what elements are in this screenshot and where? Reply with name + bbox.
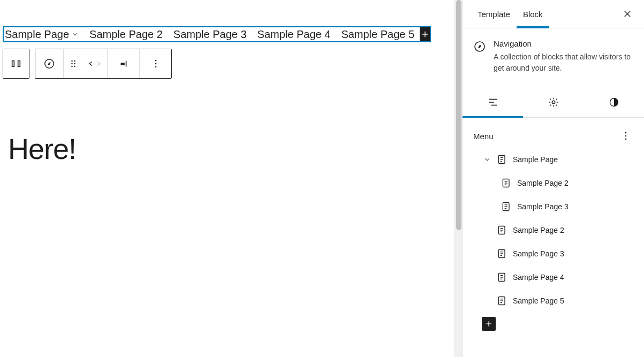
nav-item-4[interactable]: Sample Page 5 bbox=[336, 28, 420, 41]
tree-item-label: Sample Page 2 bbox=[513, 226, 564, 234]
select-parent-icon bbox=[10, 58, 22, 70]
block-type-button[interactable] bbox=[35, 49, 63, 78]
select-parent-button[interactable] bbox=[3, 49, 29, 78]
dots-vertical-icon bbox=[620, 131, 631, 141]
plus-icon bbox=[484, 320, 493, 328]
compass-icon bbox=[473, 40, 486, 53]
nav-item-0[interactable]: Sample Page bbox=[4, 28, 84, 41]
page-icon bbox=[497, 248, 507, 259]
nav-item-2[interactable]: Sample Page 3 bbox=[168, 28, 252, 41]
tree-item-label: Sample Page bbox=[513, 155, 558, 164]
page-heading[interactable]: Here! bbox=[8, 132, 454, 165]
nav-item-label: Sample Page 4 bbox=[257, 28, 331, 41]
chevron-down-icon bbox=[71, 31, 79, 38]
canvas-scrollbar[interactable] bbox=[454, 0, 462, 357]
page-icon bbox=[497, 154, 507, 165]
list-view-icon bbox=[487, 96, 499, 108]
tree-item-label: Sample Page 4 bbox=[513, 273, 564, 282]
menu-tree: Sample PageSample Page 2Sample Page 3Sam… bbox=[463, 148, 644, 313]
tab-settings[interactable] bbox=[523, 87, 584, 117]
tree-row[interactable]: Sample Page bbox=[473, 148, 633, 171]
menu-label: Menu bbox=[473, 132, 494, 141]
tree-item-label: Sample Page 5 bbox=[513, 297, 564, 305]
tree-item-label: Sample Page 3 bbox=[517, 202, 569, 211]
chevron-down-icon bbox=[483, 156, 491, 163]
tab-template[interactable]: Template bbox=[471, 0, 517, 28]
page-icon bbox=[497, 295, 507, 306]
tree-item-label: Sample Page 2 bbox=[517, 179, 569, 187]
gear-icon bbox=[548, 97, 559, 108]
menu-actions-button[interactable] bbox=[618, 128, 633, 143]
tab-block[interactable]: Block bbox=[517, 0, 549, 28]
move-controls[interactable] bbox=[82, 49, 107, 78]
settings-sidebar: Template Block Navigation A collection o… bbox=[462, 0, 644, 357]
move-arrows-icon bbox=[87, 59, 103, 69]
nav-item-label: Sample Page 2 bbox=[89, 28, 163, 41]
justify-button[interactable] bbox=[107, 49, 139, 78]
close-sidebar-button[interactable] bbox=[623, 7, 635, 20]
navigation-block[interactable]: Sample Page Sample Page 2 Sample Page 3 … bbox=[3, 26, 431, 42]
scrollbar-thumb[interactable] bbox=[456, 0, 461, 230]
drag-handle-button[interactable] bbox=[63, 49, 82, 78]
close-icon bbox=[623, 9, 632, 19]
page-icon bbox=[497, 272, 507, 283]
block-title: Navigation bbox=[494, 39, 633, 48]
page-icon bbox=[501, 201, 512, 212]
tab-list-view[interactable] bbox=[463, 87, 523, 117]
nav-item-1[interactable]: Sample Page 2 bbox=[84, 28, 168, 41]
block-toolbar bbox=[3, 49, 454, 79]
page-icon bbox=[501, 178, 512, 188]
sidebar-tabs: Template Block bbox=[463, 0, 644, 28]
nav-item-label: Sample Page 3 bbox=[173, 28, 247, 41]
add-nav-item-button[interactable] bbox=[420, 27, 430, 41]
align-icon bbox=[118, 58, 130, 70]
block-desc-text: A collection of blocks that allow visito… bbox=[494, 51, 633, 74]
tree-row[interactable]: Sample Page 2 bbox=[473, 218, 633, 242]
tree-item-label: Sample Page 3 bbox=[513, 249, 564, 258]
dots-vertical-icon bbox=[150, 58, 161, 69]
nav-item-label: Sample Page bbox=[5, 28, 69, 41]
block-description: Navigation A collection of blocks that a… bbox=[463, 28, 644, 87]
nav-item-label: Sample Page 5 bbox=[341, 28, 414, 41]
tree-expand-toggle[interactable] bbox=[483, 156, 491, 163]
drag-icon bbox=[68, 58, 79, 69]
tree-row[interactable]: Sample Page 5 bbox=[473, 289, 633, 313]
tree-row[interactable]: Sample Page 4 bbox=[473, 265, 633, 289]
tree-row[interactable]: Sample Page 3 bbox=[473, 242, 633, 265]
compass-icon bbox=[43, 58, 55, 70]
tab-styles[interactable] bbox=[584, 87, 644, 117]
tree-row[interactable]: Sample Page 3 bbox=[473, 195, 633, 218]
more-options-button[interactable] bbox=[139, 49, 171, 78]
nav-item-3[interactable]: Sample Page 4 bbox=[252, 28, 336, 41]
styles-icon bbox=[609, 97, 619, 108]
menu-section-header: Menu bbox=[463, 118, 644, 148]
plus-icon bbox=[420, 29, 430, 39]
page-icon bbox=[497, 225, 507, 236]
inspector-view-tabs bbox=[463, 87, 644, 118]
tree-row[interactable]: Sample Page 2 bbox=[473, 171, 633, 195]
add-menu-item-button[interactable] bbox=[482, 317, 496, 331]
